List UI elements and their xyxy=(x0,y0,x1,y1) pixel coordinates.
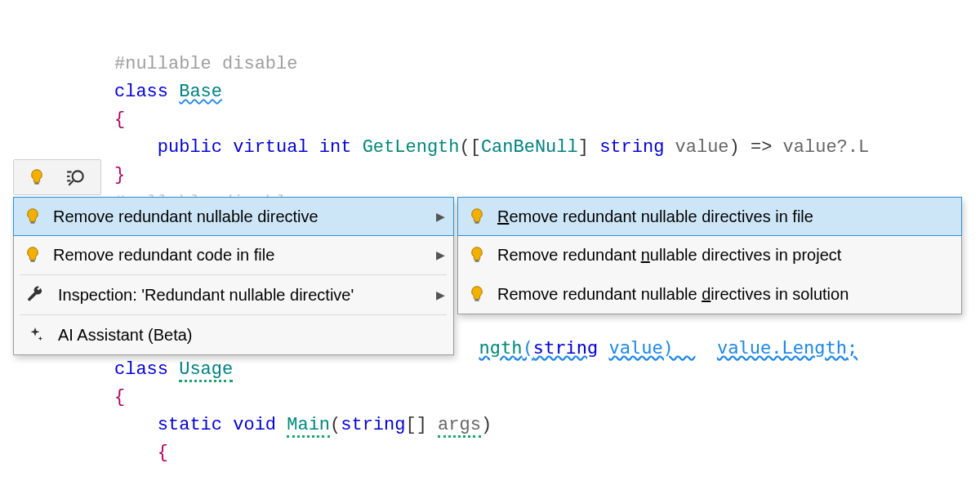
menu-item-label: Remove redundant nullable directives in … xyxy=(497,246,953,265)
bracket: [ xyxy=(470,137,481,158)
bulb-icon[interactable] xyxy=(28,168,46,186)
background-code-peek: ngth(string value) value.Length; xyxy=(457,317,858,358)
submenu-arrow-icon: ▶ xyxy=(436,210,445,223)
brace: { xyxy=(158,443,168,463)
brace: } xyxy=(114,165,125,185)
submenu-item-in-project[interactable]: Remove redundant nullable directives in … xyxy=(458,235,961,274)
submenu-arrow-icon: ▶ xyxy=(436,288,445,301)
inspect-icon[interactable] xyxy=(65,167,87,188)
menu-item-label: Remove redundant nullable directives in … xyxy=(497,207,953,226)
directive: #nullable disable xyxy=(114,54,297,74)
class-name: Base xyxy=(179,82,222,102)
menu-item-label: Inspection: 'Redundant nullable directiv… xyxy=(58,286,425,305)
menu-item-label: AI Assistant (Beta) xyxy=(58,326,445,345)
menu-item-label: Remove redundant nullable directive xyxy=(53,207,425,226)
keyword: string xyxy=(341,415,405,435)
quickfix-item-remove-directive[interactable]: Remove redundant nullable directive ▶ xyxy=(13,197,454,236)
sparkle-icon xyxy=(24,326,47,344)
keyword: void xyxy=(233,415,276,435)
gutter-action-widget[interactable] xyxy=(13,159,101,195)
submenu-arrow-icon: ▶ xyxy=(436,248,445,261)
quickfix-item-inspection[interactable]: Inspection: 'Redundant nullable directiv… xyxy=(14,275,453,314)
bulb-icon xyxy=(24,207,42,225)
svg-rect-8 xyxy=(474,221,479,223)
svg-rect-7 xyxy=(30,260,35,261)
svg-point-1 xyxy=(72,171,82,181)
quickfix-item-remove-in-file[interactable]: Remove redundant code in file ▶ xyxy=(14,235,453,274)
quickfix-popup[interactable]: Remove redundant nullable directive ▶ Re… xyxy=(13,197,454,355)
paren: ( xyxy=(460,137,470,158)
svg-rect-9 xyxy=(474,260,479,261)
keyword: string xyxy=(599,137,664,158)
wrench-icon xyxy=(24,286,47,304)
bulb-icon xyxy=(468,207,486,225)
keyword: public xyxy=(158,137,222,158)
keyword: class xyxy=(114,359,168,380)
param: value xyxy=(675,137,729,158)
brace: { xyxy=(114,109,125,130)
svg-rect-0 xyxy=(34,182,39,184)
attribute: CanBeNull xyxy=(481,137,578,158)
method-name: GetLength xyxy=(363,137,460,158)
brace: { xyxy=(114,387,125,408)
paren: ) xyxy=(481,415,492,435)
keyword: class xyxy=(114,82,168,102)
svg-rect-10 xyxy=(474,299,479,301)
keyword: int xyxy=(319,137,352,158)
menu-item-label: Remove redundant nullable directives in … xyxy=(497,285,953,304)
param: args xyxy=(438,415,481,438)
quickfix-item-ai-assistant[interactable]: AI Assistant (Beta) xyxy=(14,315,453,354)
bulb-icon xyxy=(24,246,42,264)
class-name: Usage xyxy=(179,359,233,382)
bulb-icon xyxy=(468,246,486,264)
expr: value?.L xyxy=(783,137,870,158)
quickfix-submenu[interactable]: Remove redundant nullable directives in … xyxy=(457,197,962,314)
submenu-item-in-file[interactable]: Remove redundant nullable directives in … xyxy=(457,197,962,236)
menu-item-label: Remove redundant code in file xyxy=(53,246,425,265)
method-name: Main xyxy=(287,415,330,438)
bulb-icon xyxy=(468,285,486,303)
bracket: [] xyxy=(405,415,426,435)
paren: ( xyxy=(330,415,341,435)
paren: ) xyxy=(729,137,740,158)
arrow: => xyxy=(751,137,772,158)
bracket: ] xyxy=(578,137,589,158)
keyword: static xyxy=(158,415,222,435)
svg-rect-6 xyxy=(30,221,35,223)
keyword: virtual xyxy=(233,137,308,158)
submenu-item-in-solution[interactable]: Remove redundant nullable directives in … xyxy=(458,274,961,314)
